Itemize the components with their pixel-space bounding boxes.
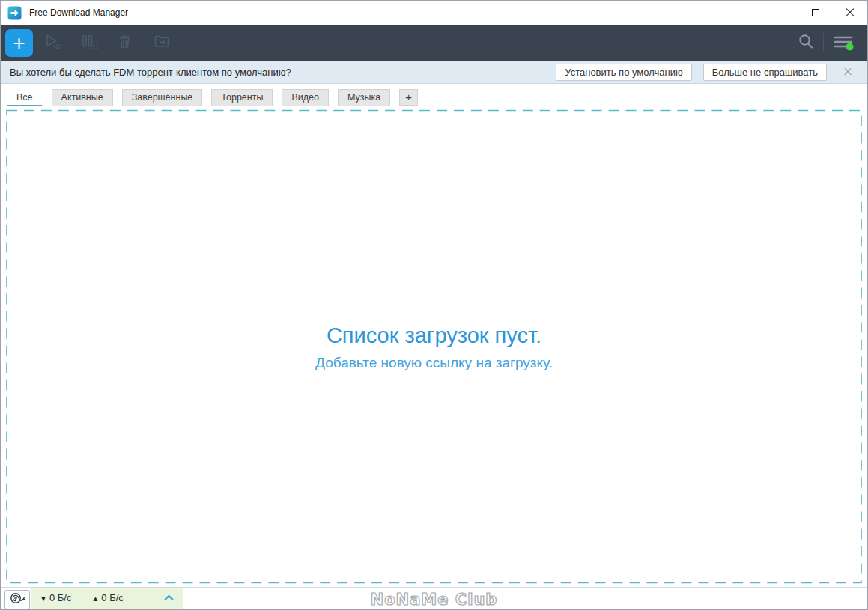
empty-state: Список загрузок пуст. Добавьте новую ссы… — [1, 108, 867, 587]
resume-all-button[interactable] — [33, 28, 70, 58]
folder-remove-button[interactable] — [143, 28, 180, 58]
download-list-area[interactable]: Список загрузок пуст. Добавьте новую ссы… — [1, 108, 867, 587]
notification-bar: Вы хотели бы сделать FDM торрент-клиенто… — [1, 61, 867, 84]
play-icon — [41, 31, 61, 54]
menu-icon — [832, 32, 855, 54]
close-button[interactable] — [833, 1, 867, 25]
add-tab-button[interactable]: + — [399, 89, 418, 106]
watermark: NoNaMe Club — [371, 591, 498, 609]
speed-panel: ▼0 Б/с ▲0 Б/с — [31, 588, 183, 610]
maximize-button[interactable] — [798, 1, 833, 25]
expand-panel-button[interactable] — [163, 593, 175, 603]
upload-arrow-icon: ▲ — [91, 594, 99, 603]
snail-icon — [9, 591, 26, 608]
toolbar: + — [1, 25, 867, 61]
tab-music[interactable]: Музыка — [338, 89, 390, 106]
search-button[interactable] — [790, 28, 822, 58]
app-window: Free Download Manager + — [0, 0, 868, 610]
tab-torrents[interactable]: Торренты — [211, 89, 273, 106]
maximize-icon — [812, 9, 819, 16]
notification-close-icon[interactable] — [843, 67, 852, 76]
speed-limit-button[interactable] — [4, 590, 30, 609]
empty-state-title: Список загрузок пуст. — [327, 323, 541, 348]
tab-active[interactable]: Активные — [52, 89, 113, 106]
toolbar-divider — [823, 33, 824, 52]
window-title: Free Download Manager — [29, 7, 128, 18]
search-icon — [796, 32, 816, 54]
empty-state-subtitle: Добавьте новую ссылку на загрузку. — [315, 355, 553, 371]
titlebar: Free Download Manager — [1, 1, 867, 25]
status-bar: ▼0 Б/с ▲0 Б/с NoNaMe Club — [1, 587, 867, 610]
minimize-button[interactable] — [764, 1, 798, 25]
minimize-icon — [777, 13, 786, 13]
tab-completed[interactable]: Завершённые — [122, 89, 203, 106]
close-icon — [846, 8, 855, 17]
add-download-button[interactable]: + — [5, 29, 33, 57]
folder-remove-icon — [152, 32, 172, 54]
download-speed: ▼0 Б/с — [40, 592, 71, 603]
menu-button[interactable] — [825, 28, 861, 58]
window-controls — [764, 1, 867, 25]
download-arrow-icon: ▼ — [40, 594, 47, 603]
pause-icon — [78, 31, 98, 54]
notification-message: Вы хотели бы сделать FDM торрент-клиенто… — [10, 67, 291, 78]
notification-dot — [846, 43, 854, 50]
tab-video[interactable]: Видео — [282, 89, 329, 106]
delete-button[interactable] — [106, 28, 143, 58]
pause-all-button[interactable] — [70, 28, 106, 58]
trash-icon — [115, 32, 134, 53]
fdm-logo-icon — [7, 6, 22, 20]
tab-all[interactable]: Все — [7, 89, 43, 106]
tab-bar: Все Активные Завершённые Торренты Видео … — [1, 84, 867, 108]
set-default-button[interactable]: Установить по умолчанию — [556, 64, 691, 81]
upload-speed: ▲0 Б/с — [91, 592, 123, 603]
dont-ask-button[interactable]: Больше не спрашивать — [703, 64, 827, 81]
